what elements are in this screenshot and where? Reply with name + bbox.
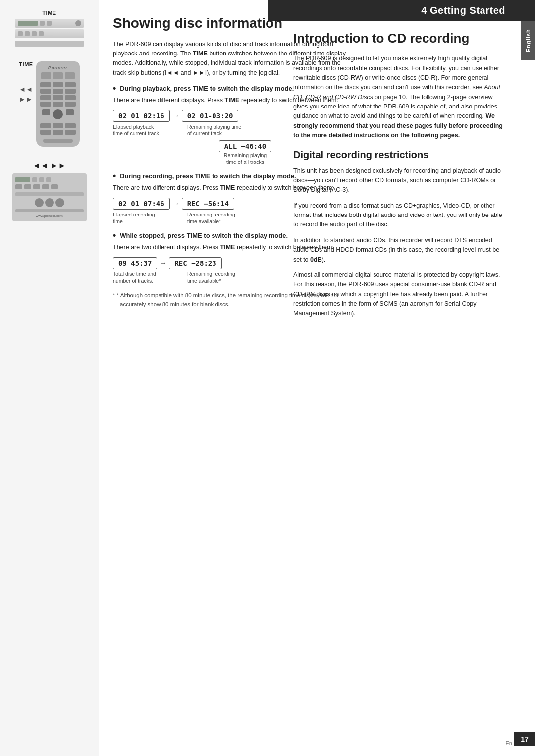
label-remaining-1: Remaining playing time [187, 124, 241, 131]
label-all-1: Remaining playing [224, 152, 267, 159]
display-arrow-3: → [159, 259, 167, 268]
device-group-1: TIME [15, 10, 84, 47]
device-group-2: TIME ◄◄ ►► Pioneer [19, 61, 79, 147]
label-remaining-2: of current track [187, 130, 241, 137]
device-group-3: ◄◄ ►► www.pioneer.com [12, 162, 87, 221]
nav-fwd-icon: ►► [19, 95, 33, 103]
label-elapsed-2: time of current track [113, 130, 177, 137]
bullet-dot-2: • [113, 171, 116, 180]
bullet-1-text: During playback, press TIME to switch th… [120, 85, 294, 92]
left-sidebar: TIME TIME ◄◄ ►► [0, 0, 99, 756]
label-elapsed-rec-2: time [113, 218, 177, 225]
page-number: 17 [514, 732, 535, 746]
label-elapsed-1: Elapsed playback [113, 124, 177, 131]
english-tab: English [521, 21, 535, 60]
label-remaining-rec-1: Remaining recording [187, 212, 235, 218]
page-en: En [506, 740, 512, 746]
label-remaining-stopped-2: time available* [187, 278, 235, 285]
restrictions-para-4: Almost all commercial digital source mat… [293, 270, 507, 319]
display-arrow-1: → [172, 111, 180, 120]
display-box-all: ALL −46:40 [219, 140, 271, 152]
right-intro: The PDR-609 is designed to let you make … [293, 54, 507, 140]
label-remaining-rec-2: time available* [187, 218, 235, 225]
label-remaining-stopped-1: Remaining recording [187, 271, 235, 278]
right-section-title: Introduction to CD recording [293, 31, 507, 46]
header-title: 4 Getting Started [421, 5, 505, 16]
label-total-1: Total disc time and [113, 271, 177, 278]
time-label-1: TIME [42, 10, 56, 16]
display-box-elapsed-rec: 02 01 07:46 [113, 198, 170, 210]
bullet-2-text: During recording, press TIME to switch t… [120, 172, 296, 180]
bullet-dot-1: • [113, 84, 116, 93]
pioneer-logo: Pioneer [48, 65, 68, 70]
display-box-remaining-rec: REC −56:14 [182, 198, 234, 210]
remote-illustration: Pioneer [36, 61, 80, 147]
label-elapsed-rec-1: Elapsed recording [113, 212, 177, 218]
nav-arrows-label: ◄◄ ►► [33, 162, 66, 170]
label-total-2: number of tracks. [113, 278, 177, 285]
display-box-elapsed: 02 01 02:16 [113, 110, 170, 122]
display-box-remaining: 02 01-03:20 [182, 110, 239, 122]
display-arrow-2: → [172, 199, 180, 208]
restrictions-para-1: This unit has been designed exclusively … [293, 166, 507, 195]
bullet-dot-3: • [113, 231, 116, 240]
display-box-total: 09 45:37 [113, 257, 157, 269]
label-all-2: time of all tracks [226, 159, 264, 166]
restrictions-para-3: In addition to standard audio CDs, this … [293, 236, 507, 265]
restrictions-title: Digital recording restrictions [293, 149, 507, 161]
restrictions-para-2: If you record from a disc format such as… [293, 201, 507, 230]
nav-back-icon: ◄◄ [19, 85, 33, 93]
time-label-2: TIME [19, 61, 33, 67]
display-box-remaining-stopped: REC −28:23 [169, 257, 221, 269]
cd-player-illustration [15, 19, 84, 47]
right-content: Introduction to CD recording The PDR-609… [283, 21, 521, 334]
bullet-3-text: While stopped, press TIME to switch the … [120, 232, 288, 239]
